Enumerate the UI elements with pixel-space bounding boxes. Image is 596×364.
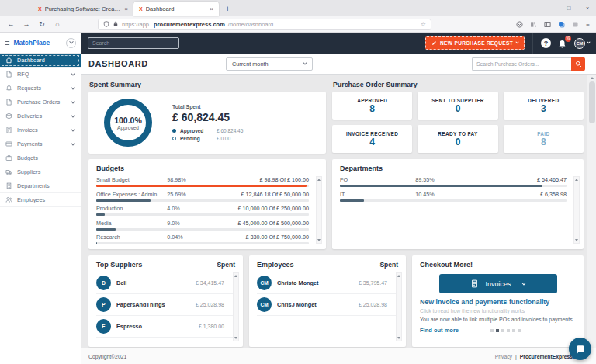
- supplier-row[interactable]: E Espresso £ 1,380.00: [96, 316, 235, 338]
- po-stat-card[interactable]: INVOICE RECEIVED 4: [332, 125, 412, 153]
- browser-tab-background[interactable]: X Purchasing Software: Create Pu ×: [33, 2, 133, 16]
- budget-progress-fill: [96, 242, 97, 244]
- carousel-dot[interactable]: [490, 329, 494, 332]
- sidebar-item-label: Payments: [17, 140, 67, 147]
- new-purchase-request-button[interactable]: NEW PURCHASE REQUEST: [425, 36, 525, 50]
- pocket-icon[interactable]: [516, 21, 523, 28]
- sidebar-item[interactable]: Invoices: [0, 123, 81, 137]
- card-scrollbar[interactable]: [233, 272, 239, 341]
- lock-icon[interactable]: [113, 21, 119, 27]
- scroll-up-icon[interactable]: [591, 77, 594, 79]
- sidebar-item[interactable]: RFQ: [0, 68, 81, 81]
- home-icon[interactable]: ⌂: [53, 20, 62, 28]
- employee-row[interactable]: CM ChrisJ Monget £ 25,028.98: [257, 294, 398, 316]
- sidebar-item[interactable]: Departments: [0, 179, 81, 193]
- menu-icon[interactable]: ≡: [586, 21, 590, 28]
- scroll-up-icon[interactable]: [397, 275, 400, 277]
- sidebar-item[interactable]: Employees: [0, 193, 81, 207]
- window-maximize-button[interactable]: □: [560, 0, 577, 16]
- forward-icon[interactable]: →: [22, 20, 31, 28]
- carousel-dot[interactable]: [518, 329, 521, 332]
- carousel-dot[interactable]: [496, 329, 499, 332]
- address-bar[interactable]: https://app.procurementexpress.com/home/…: [98, 19, 431, 30]
- scroll-up-icon[interactable]: [234, 275, 237, 277]
- sidebar-item[interactable]: Budgets: [0, 151, 81, 165]
- invoices-dropdown-button[interactable]: Invoices: [439, 274, 557, 293]
- global-search-input[interactable]: [88, 37, 179, 49]
- notifications-button[interactable]: 99: [557, 38, 568, 49]
- brand-logo[interactable]: MatchPlace: [13, 39, 62, 47]
- window-close-button[interactable]: ×: [579, 0, 596, 16]
- sidebar-toggle-browser-icon[interactable]: [544, 21, 551, 28]
- budget-row[interactable]: Office Expenses : Admin 25.69% £ 12,846.…: [96, 191, 309, 202]
- budget-row[interactable]: Production 4.0% £ 10,000.00 Of £ 250,000…: [96, 205, 309, 216]
- browser-tab-active[interactable]: X Dashboard ×: [133, 2, 219, 16]
- sidebar-collapse-button[interactable]: [66, 38, 76, 48]
- budgets-title: Budgets: [96, 165, 309, 172]
- carousel-dot[interactable]: [501, 329, 504, 332]
- sidebar-item[interactable]: Suppliers: [0, 165, 81, 179]
- budget-row[interactable]: Research 0.04% £ 330.00 Of £ 750,000.00: [96, 234, 309, 244]
- budget-progress-fill: [96, 213, 105, 216]
- scroll-down-icon[interactable]: [317, 239, 321, 241]
- tab-close-icon[interactable]: ×: [124, 5, 128, 12]
- department-row[interactable]: IT 10.45% £ 6,358.98: [340, 191, 567, 202]
- supplier-row[interactable]: P PapersAndThings £ 25,028.98: [96, 294, 235, 316]
- budget-name: Office Expenses : Admin: [96, 191, 167, 198]
- sidebar-item[interactable]: Dashboard: [0, 54, 81, 68]
- scroll-up-icon[interactable]: [575, 179, 578, 181]
- legend-value: £ 60,824.45: [217, 128, 243, 133]
- bookmark-star-icon[interactable]: ☆: [421, 21, 426, 28]
- po-stat-card[interactable]: DELIVERED 3: [504, 92, 584, 120]
- sidebar-item[interactable]: Requests: [0, 81, 81, 95]
- pencil-icon: [431, 40, 437, 46]
- hamburger-icon[interactable]: ≡: [5, 38, 9, 47]
- scroll-down-icon[interactable]: [234, 337, 237, 339]
- new-tab-button[interactable]: +: [219, 2, 236, 16]
- po-search-button[interactable]: [571, 57, 585, 71]
- po-stat-card[interactable]: APPROVED 8: [332, 92, 412, 120]
- po-search-input[interactable]: [472, 57, 571, 71]
- po-stat-value: 8: [541, 137, 546, 147]
- po-stat-card[interactable]: READY TO PAY 0: [418, 125, 497, 153]
- library-icon[interactable]: [530, 21, 537, 28]
- feature-headline-link[interactable]: New invoice and payments functionality: [420, 298, 576, 306]
- department-row[interactable]: FO 89.55% £ 54,465.47: [340, 176, 567, 187]
- budget-amount: £ 10,000.00 Of £ 250,000.00: [226, 205, 309, 212]
- sidebar-item[interactable]: Payments: [0, 137, 81, 151]
- sidebar-item[interactable]: Purchase Orders: [0, 95, 81, 109]
- container-tab-icon[interactable]: [558, 21, 565, 28]
- sidebar-item[interactable]: Deliveries: [0, 109, 81, 123]
- window-minimize-button[interactable]: —: [542, 0, 559, 16]
- privacy-link[interactable]: Privacy: [495, 354, 512, 359]
- user-menu[interactable]: CM: [574, 38, 590, 49]
- find-out-more-link[interactable]: Find out more: [420, 327, 459, 334]
- budget-row[interactable]: Media 9.0% £ 45,000.00 Of £ 500,000.00: [96, 220, 309, 231]
- scrollbar-thumb[interactable]: [589, 81, 595, 123]
- tab-title: Purchasing Software: Create Pu: [45, 5, 122, 12]
- employee-row[interactable]: CM Christo Monget £ 35,795.47: [257, 272, 398, 294]
- scroll-down-icon[interactable]: [397, 337, 400, 339]
- page-scrollbar[interactable]: [587, 75, 596, 348]
- sidebar-item-icon: [5, 85, 12, 92]
- budget-row[interactable]: Small Budget 98.98% £ 98.98 Of £ 100.00: [96, 176, 309, 187]
- carousel-dot[interactable]: [512, 329, 515, 332]
- scroll-up-icon[interactable]: [317, 179, 321, 181]
- reload-icon[interactable]: ↻: [37, 20, 47, 28]
- scroll-down-icon[interactable]: [575, 239, 578, 241]
- back-icon[interactable]: ←: [6, 20, 16, 28]
- card-scrollbar[interactable]: [396, 272, 402, 341]
- po-stat-card[interactable]: PAID 8: [504, 125, 584, 153]
- shield-icon[interactable]: [103, 21, 109, 27]
- chat-widget-button[interactable]: [569, 338, 591, 360]
- card-scrollbar[interactable]: [573, 176, 580, 244]
- extension-icon[interactable]: [572, 21, 579, 28]
- po-summary-grid: APPROVED 8 SENT TO SUPPLIER 0: [332, 92, 584, 153]
- period-filter-select[interactable]: Current month: [226, 57, 313, 71]
- po-stat-card[interactable]: SENT TO SUPPLIER 0: [418, 92, 497, 120]
- help-button[interactable]: ?: [541, 38, 551, 48]
- supplier-row[interactable]: D Dell £ 34,415.47: [96, 272, 235, 294]
- carousel-dot[interactable]: [507, 329, 510, 332]
- tab-close-icon[interactable]: ×: [210, 5, 213, 12]
- card-scrollbar[interactable]: [316, 176, 322, 244]
